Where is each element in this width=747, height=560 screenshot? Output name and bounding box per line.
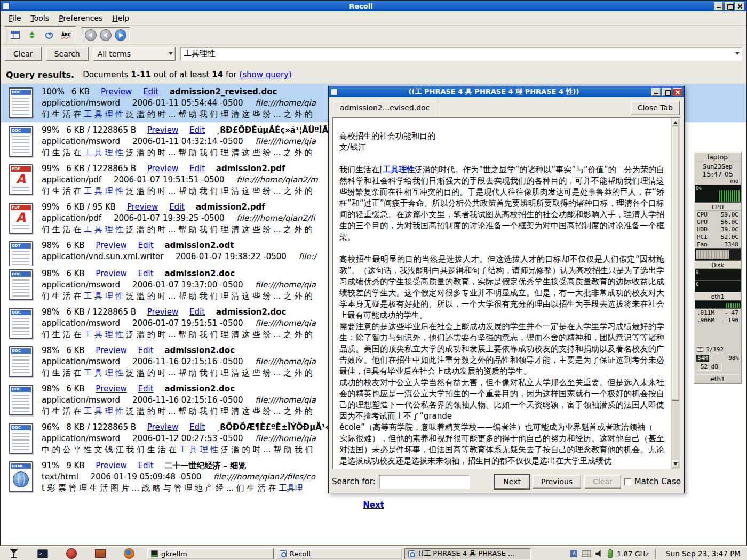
next-results-link[interactable]: Next [363,500,384,510]
preview-maximize-button[interactable] [662,88,671,96]
search-input[interactable] [184,49,735,59]
gkrellm-monitor[interactable]: laptop Sun23Sep 15:47 05 mo 0% CPU CPU59… [694,152,742,384]
terminal-launcher[interactable] [36,548,49,559]
media-app-icon [66,548,77,559]
result-size: 9 KB [66,461,84,470]
result-icon-cell: DOC A [4,422,37,458]
preview-minimize-button[interactable] [651,88,661,96]
task-preview[interactable]: ((工 PHRASE 4 具 PHRASE ... [404,548,531,559]
first-page-button[interactable] [85,29,97,41]
edit-link[interactable]: Edit [143,87,158,97]
sort-button[interactable] [25,28,39,42]
edit-link[interactable]: Edit [189,307,205,317]
preview-paragraph: 文/钱江 [339,142,664,153]
result-size: 6 KB [66,241,84,250]
result-icon-cell: DOC A [4,268,37,304]
spell-button[interactable]: ÂBÇ [59,28,73,42]
preview-link[interactable]: Preview [147,307,178,317]
media-app-launcher[interactable] [65,548,78,559]
package-app-launcher[interactable] [94,548,107,559]
preview-scrollbar[interactable] [671,118,680,469]
left-arrow-icon [88,33,92,38]
preview-titlebar[interactable]: ((工 PHRASE 4 具 PHRASE 4 理 PHRASE 4 性)) [329,86,684,97]
edit-link[interactable]: Edit [189,164,205,173]
file-type-label: DOC [12,129,21,133]
preview-link[interactable]: Preview [96,384,126,394]
find-next-button[interactable]: Next [495,475,529,489]
preview-link[interactable]: Preview [96,461,126,470]
volume-icon[interactable] [595,550,603,557]
find-previous-button[interactable]: Previous [533,475,581,489]
show-query-link[interactable]: (show query) [239,70,292,79]
result-date: 2006-01-07 19:51:51 -0500 [114,175,225,185]
menu-help[interactable]: Help [107,12,134,25]
menu-tools[interactable]: Tools [26,12,54,25]
task-recoll[interactable]: Recoll [276,548,402,559]
preview-link[interactable]: Preview [96,269,126,278]
preview-close-button[interactable] [673,88,682,96]
gkrellm-time: 15:47 05 [695,170,741,178]
preview-search-field[interactable] [379,475,470,489]
next-page-button[interactable] [115,29,126,41]
previous-page-button[interactable] [100,29,112,41]
history-button[interactable] [42,28,56,42]
preview-link[interactable]: Preview [96,346,126,355]
menu-file[interactable]: File [4,12,26,25]
clear-button[interactable]: Clear [5,47,42,61]
edit-link[interactable]: Edit [138,346,154,355]
match-case-checkbox[interactable] [624,478,631,485]
firefox-launcher[interactable] [123,548,136,559]
close-tab-button[interactable]: Close Tab [631,101,680,115]
edit-link[interactable]: Edit [138,384,154,394]
close-button[interactable] [735,2,744,10]
preview-link[interactable]: Preview [101,87,132,97]
edit-link[interactable]: Edit [138,269,154,278]
preview-search-input[interactable] [382,477,467,486]
query-combo[interactable] [180,47,742,61]
edit-link[interactable]: Edit [138,241,154,250]
scroll-down-arrow[interactable] [672,460,679,468]
net-rx-row: .011M- 47 [695,309,741,316]
preview-link[interactable]: Preview [147,125,178,135]
preview-paragraph: 需要注意的是这些毕业后在社会上能成功发展的学生并不一定是在大学里学习成绩最好的学… [339,321,664,377]
result-size: 6 KB [66,269,84,278]
scrollbar-thumb[interactable] [672,127,679,401]
net-tx-row: .906M- 190 [695,316,741,324]
find-clear-button[interactable]: Clear [584,475,621,489]
preview-link[interactable]: Preview [147,164,178,173]
preview-tab[interactable]: admission2...evised.doc [333,101,436,115]
preview-link[interactable]: Preview [127,202,158,212]
menu-preferences[interactable]: Preferences [54,12,107,25]
temp-row-pci: PCI52.0C [695,233,741,241]
search-button[interactable]: Search [46,47,89,61]
left-arrow-icon [103,33,107,38]
minimize-button[interactable] [714,2,723,10]
result-title: ¸ßÖÐÖÆ¶È£ºÈ±ÏÝÖÐµÄ¹«... [216,422,339,432]
edit-link[interactable]: Edit [138,461,154,470]
main-titlebar[interactable]: Recoll [1,1,746,11]
edit-link[interactable]: Edit [169,202,185,212]
result-date: 2006-01-19 05:09:48 -0500 [91,472,202,482]
file-type-label: DOC [12,387,21,391]
edit-link[interactable]: Edit [189,422,205,432]
preview-content[interactable]: 高校招生的社会功能和目的文/钱江我们生活在[工具理性泛滥的时代。作为“世之显学”… [333,118,671,469]
maximize-button[interactable] [725,2,734,10]
result-score: 98% [42,346,59,355]
preview-link[interactable]: Preview [147,422,178,432]
keyboard-layout-icon[interactable] [570,550,577,557]
file-type-label: DOC [12,310,21,315]
preview-link[interactable]: Preview [96,241,126,250]
wine-launcher[interactable] [7,548,20,559]
scroll-up-arrow[interactable] [672,118,679,126]
workspace-pager-icon[interactable] [582,550,591,557]
result-mimetype: application/msword [42,98,120,108]
task-gkrellm[interactable]: gkrellm [147,548,274,559]
result-icon-cell: PDF A [4,163,37,199]
result-icon-cell: PDF A [4,202,37,237]
edit-link[interactable]: Edit [189,125,205,135]
query-mode-select[interactable]: All terms [93,47,176,61]
file-type-label: PDF [12,167,20,171]
result-table-button[interactable] [8,28,22,42]
cpu-frequency-icon[interactable] [608,550,613,558]
result-date: 2006-01-12 00:27:53 -0500 [132,434,243,443]
